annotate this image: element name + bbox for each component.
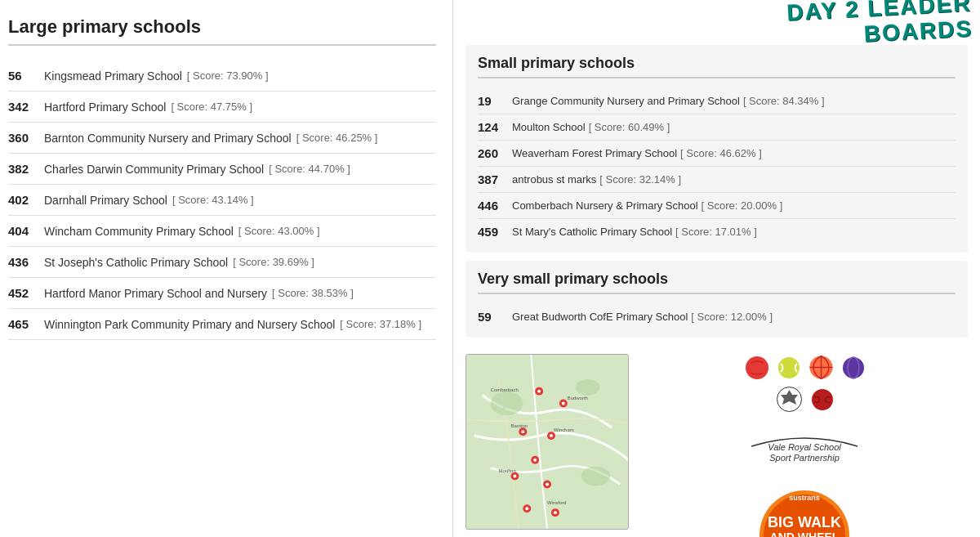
svg-point-17: [546, 482, 549, 486]
school-rank: 459: [478, 225, 509, 239]
school-rank: 19: [478, 94, 509, 108]
right-top: Small primary schools 19 Grange Communit…: [453, 0, 980, 350]
svg-text:Vale Royal School: Vale Royal School: [768, 442, 841, 452]
svg-text:AND WHEEL: AND WHEEL: [770, 530, 840, 537]
school-rank: 260: [478, 146, 509, 160]
school-score: [ Score: 43.14% ]: [172, 194, 254, 206]
school-name: Barnton Community Nursery and Primary Sc…: [44, 132, 292, 145]
school-rank: 124: [478, 120, 509, 134]
svg-text:Budworth: Budworth: [568, 396, 588, 401]
school-name: St Joseph's Catholic Primary School: [44, 256, 228, 269]
school-score: [ Score: 46.62% ]: [680, 147, 762, 159]
map-area: Comberbach Budworth Barnton Wincham Moul…: [466, 354, 629, 530]
table-row: 452 Hartford Manor Primary School and Nu…: [8, 278, 436, 309]
school-score: [ Score: 43.00% ]: [238, 225, 320, 237]
purple-ball-icon: [841, 356, 866, 380]
logos-area: Vale Royal School Sport Partnership sust…: [641, 354, 968, 537]
small-schools-list: 19 Grange Community Nursery and Primary …: [478, 88, 956, 244]
table-row: 402 Darnhall Primary School [ Score: 43.…: [8, 185, 436, 216]
school-name: Comberbach Nursery & Primary School: [512, 199, 698, 212]
school-score: [ Score: 46.25% ]: [296, 132, 378, 144]
table-row: 342 Hartford Primary School [ Score: 47.…: [8, 92, 436, 123]
right-bottom: Comberbach Budworth Barnton Wincham Moul…: [453, 350, 980, 537]
school-rank: 436: [8, 255, 39, 269]
school-rank: 452: [8, 286, 39, 300]
very-small-schools-section: Very small primary schools 59 Great Budw…: [466, 261, 968, 338]
school-score: [ Score: 44.70% ]: [269, 163, 350, 175]
table-row: 19 Grange Community Nursery and Primary …: [478, 88, 956, 114]
sports-balls: [744, 354, 866, 381]
school-rank: 446: [478, 199, 509, 213]
svg-point-19: [554, 511, 557, 514]
school-rank: 59: [478, 310, 509, 324]
school-rank: 404: [8, 224, 39, 238]
red-ball-icon: [744, 355, 770, 381]
table-row: 404 Wincham Community Primary School [ S…: [8, 216, 436, 247]
svg-point-29: [778, 357, 800, 378]
svg-point-5: [537, 390, 541, 393]
school-rank: 465: [8, 317, 39, 331]
large-schools-title: Large primary schools: [8, 16, 436, 46]
svg-text:sustrans: sustrans: [789, 494, 820, 502]
school-name: Hartford Manor Primary School and Nurser…: [44, 287, 267, 300]
svg-text:Moulton: Moulton: [499, 468, 516, 473]
very-small-schools-list: 59 Great Budworth CofE Primary School [ …: [478, 304, 956, 329]
school-rank: 382: [8, 162, 39, 176]
svg-point-3: [581, 467, 611, 486]
basketball-icon: [808, 354, 835, 381]
tennis-ball-icon: [777, 356, 801, 380]
svg-point-33: [843, 357, 864, 378]
table-row: 446 Comberbach Nursery & Primary School …: [478, 193, 956, 219]
large-schools-list: 56 Kingsmead Primary School [ Score: 73.…: [8, 60, 436, 340]
svg-point-28: [746, 356, 768, 379]
svg-text:Wincham: Wincham: [554, 427, 574, 432]
right-panel: Day 2 Leader Boards Small primary school…: [453, 0, 980, 537]
very-small-schools-title: Very small primary schools: [478, 271, 956, 294]
school-name: Winnington Park Community Primary and Nu…: [44, 318, 335, 331]
school-score: [ Score: 17.01% ]: [675, 226, 757, 238]
school-name: Great Budworth CofE Primary School: [512, 311, 688, 323]
svg-point-13: [533, 459, 537, 462]
school-name: antrobus st marks: [512, 173, 596, 186]
table-row: 360 Barnton Community Nursery and Primar…: [8, 123, 436, 154]
svg-point-15: [513, 475, 516, 478]
table-row: 436 St Joseph's Catholic Primary School …: [8, 247, 436, 278]
table-row: 465 Winnington Park Community Primary an…: [8, 309, 436, 340]
table-row: 459 St Mary's Catholic Primary School [ …: [478, 219, 956, 244]
school-score: [ Score: 12.00% ]: [691, 311, 773, 323]
school-rank: 342: [8, 100, 39, 114]
school-score: [ Score: 47.75% ]: [171, 101, 252, 113]
svg-text:BIG WALK: BIG WALK: [768, 514, 841, 530]
school-score: [ Score: 60.49% ]: [589, 121, 670, 133]
svg-point-9: [521, 430, 524, 433]
svg-text:Winsford: Winsford: [547, 500, 566, 505]
school-rank: 387: [478, 172, 509, 186]
svg-point-7: [562, 401, 565, 405]
svg-text:Sport Partnership: Sport Partnership: [769, 453, 840, 463]
page-container: Large primary schools 56 Kingsmead Prima…: [0, 0, 980, 537]
school-score: [ Score: 38.53% ]: [272, 287, 354, 299]
school-score: [ Score: 73.90% ]: [187, 69, 269, 82]
school-rank: 402: [8, 193, 39, 207]
school-score: [ Score: 37.18% ]: [340, 318, 421, 330]
table-row: 59 Great Budworth CofE Primary School [ …: [478, 304, 956, 329]
table-row: 56 Kingsmead Primary School [ Score: 73.…: [8, 60, 436, 92]
cricket-ball-icon: [810, 387, 835, 412]
school-name: Grange Community Nursery and Primary Sch…: [512, 95, 740, 107]
school-name: Moulton School: [512, 121, 586, 133]
svg-point-11: [550, 434, 553, 437]
svg-text:Barnton: Barnton: [510, 423, 528, 428]
small-schools-section: Small primary schools 19 Grange Communit…: [466, 45, 968, 253]
school-name: Darnhall Primary School: [44, 194, 167, 207]
svg-text:Comberbach: Comberbach: [491, 387, 519, 392]
football-icon: [775, 385, 804, 414]
svg-point-2: [576, 379, 600, 396]
table-row: 382 Charles Darwin Community Primary Sch…: [8, 154, 436, 185]
school-name: Hartford Primary School: [44, 101, 166, 114]
school-rank: 56: [8, 69, 39, 83]
svg-point-37: [812, 389, 833, 410]
vale-royal-text: Vale Royal School Sport Partnership: [747, 426, 862, 470]
school-score: [ Score: 84.34% ]: [743, 95, 825, 107]
svg-point-1: [491, 392, 523, 416]
big-walk-svg: sustrans BIG WALK AND WHEEL CELEBRATING …: [751, 482, 858, 537]
